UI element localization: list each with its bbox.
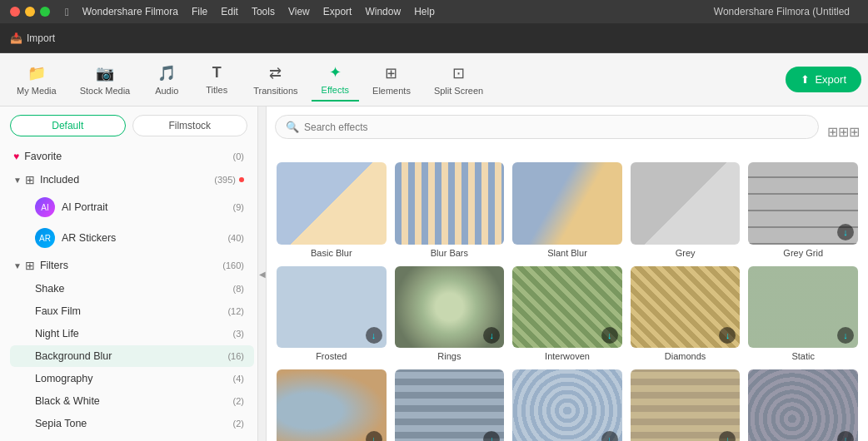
- sidebar-item-background-blur[interactable]: Background Blur (16): [10, 345, 254, 367]
- main-content: Default Filmstock ♥ Favorite (0) ▼ ⊞ Inc…: [0, 107, 868, 441]
- sidebar-count-filters: (160): [222, 260, 244, 270]
- toolbar-label-stock-media: Stock Media: [80, 86, 131, 96]
- sidebar-label-included: Included: [40, 174, 79, 186]
- effect-card-diamonds[interactable]: ↓Diamonds: [631, 266, 741, 362]
- import-button[interactable]: 📥 Import: [10, 32, 55, 44]
- sidebar-label-shake: Shake: [35, 283, 64, 295]
- toolbar-item-audio[interactable]: 🎵 Audio: [143, 59, 190, 101]
- sidebar-label-faux-film: Faux Film: [35, 305, 81, 317]
- sidebar-item-filters[interactable]: ▼ ⊞ Filters (160): [3, 254, 254, 277]
- toolbar-item-my-media[interactable]: 📁 My Media: [7, 59, 67, 101]
- ai-portrait-icon: AI: [35, 197, 55, 217]
- sidebar-item-included[interactable]: ▼ ⊞ Included (395): [3, 168, 254, 191]
- search-row: 🔍 ⊞⊞⊞: [275, 115, 860, 149]
- close-button[interactable]: [10, 7, 20, 17]
- sidebar-item-shake[interactable]: Shake (8): [10, 278, 254, 300]
- sidebar-item-faux-film[interactable]: Faux Film (12): [10, 300, 254, 322]
- menu-view[interactable]: View: [288, 6, 310, 17]
- toolbar-label-split-screen: Split Screen: [434, 86, 483, 96]
- elements-icon: ⊞: [385, 64, 397, 82]
- effect-thumb-grey-grid: ↓: [748, 162, 858, 245]
- sidebar-collapse-handle[interactable]: ◀: [258, 107, 267, 441]
- menu-export[interactable]: Export: [323, 6, 352, 17]
- toolbar-label-elements: Elements: [372, 86, 411, 96]
- effect-name-frosted: Frosted: [316, 351, 347, 361]
- transitions-icon: ⇄: [269, 64, 282, 82]
- effect-thumb-mosaic-2: ↓: [395, 369, 505, 441]
- my-media-icon: 📁: [27, 64, 46, 82]
- menu-edit[interactable]: Edit: [221, 6, 238, 17]
- toolbar-label-titles: Titles: [206, 85, 227, 95]
- menu-help[interactable]: Help: [414, 6, 435, 17]
- sidebar-count-background-blur: (16): [227, 351, 244, 361]
- export-icon: ⬆: [801, 73, 810, 86]
- ar-stickers-icon: AR: [35, 228, 55, 248]
- download-badge: ↓: [719, 431, 736, 441]
- search-input[interactable]: [304, 121, 808, 133]
- new-dot-indicator: [239, 177, 244, 182]
- sidebar-item-night-life[interactable]: Night Life (3): [10, 323, 254, 344]
- sidebar-item-ai-portrait[interactable]: AI AI Portrait (9): [10, 192, 254, 222]
- menu-window[interactable]: Window: [365, 6, 401, 17]
- sidebar-item-lomography[interactable]: Lomography (4): [10, 368, 254, 389]
- maximize-button[interactable]: [40, 7, 50, 17]
- grid-options-icon[interactable]: ⊞⊞⊞: [827, 124, 860, 140]
- effect-card-mosaic-1[interactable]: ↓Mosaic 1: [631, 369, 741, 441]
- effect-thumb-static: ↓: [748, 266, 858, 349]
- effect-thumb-grey: [631, 162, 741, 245]
- effect-card-slant-blur[interactable]: Slant Blur: [512, 162, 622, 258]
- toggle-default[interactable]: Default: [10, 115, 126, 136]
- effect-name-interwoven: Interwoven: [545, 351, 590, 361]
- toolbar-item-effects[interactable]: ✦ Effects: [312, 58, 359, 102]
- effect-thumb-ripple-2: ↓: [748, 369, 858, 441]
- effect-card-grey-grid[interactable]: ↓Grey Grid: [748, 162, 858, 258]
- toolbar-item-elements[interactable]: ⊞ Elements: [362, 59, 421, 101]
- toolbar-item-stock-media[interactable]: 📷 Stock Media: [70, 59, 141, 101]
- apple-logo-icon: : [65, 6, 69, 18]
- sidebar-item-favorite[interactable]: ♥ Favorite (0): [3, 146, 254, 167]
- effect-card-interwoven[interactable]: ↓Interwoven: [512, 266, 622, 362]
- effect-thumb-interwoven: ↓: [512, 266, 622, 349]
- sidebar-item-ar-stickers[interactable]: AR AR Stickers (40): [10, 223, 254, 253]
- effect-card-frosted[interactable]: ↓Frosted: [277, 266, 387, 362]
- effect-card-blur-bars[interactable]: Blur Bars: [395, 162, 505, 258]
- effect-thumb-basic-blur: [277, 162, 387, 245]
- minimize-button[interactable]: [25, 7, 35, 17]
- import-bar: 📥 Import: [0, 23, 868, 53]
- effect-card-ripple-2[interactable]: ↓Ripple 2: [748, 369, 858, 441]
- effect-card-basic-blur[interactable]: Basic Blur: [277, 162, 387, 258]
- sidebar-item-distortion[interactable]: Distortion (18): [10, 435, 254, 441]
- effect-card-static[interactable]: ↓Static: [748, 266, 858, 362]
- sidebar-label-black-white: Black & White: [35, 395, 100, 407]
- sidebar-count-included: (395): [214, 175, 236, 185]
- download-badge: ↓: [837, 224, 854, 240]
- sidebar-item-sepia-tone[interactable]: Sepia Tone (2): [10, 413, 254, 434]
- filters-icon: ⊞: [25, 259, 35, 272]
- menu-tools[interactable]: Tools: [252, 6, 275, 17]
- window-controls: [10, 7, 50, 17]
- export-label: Export: [815, 73, 846, 86]
- sidebar-item-black-white[interactable]: Black & White (2): [10, 390, 254, 412]
- export-button[interactable]: ⬆ Export: [786, 67, 861, 92]
- title-bar:  Wondershare Filmora File Edit Tools Vi…: [0, 0, 868, 23]
- effect-thumb-blur-bars: [395, 162, 505, 245]
- effect-card-rings[interactable]: ↓Rings: [395, 266, 505, 362]
- toggle-filmstock[interactable]: Filmstock: [132, 115, 248, 136]
- audio-icon: 🎵: [157, 64, 176, 82]
- sidebar-label-night-life: Night Life: [35, 328, 79, 339]
- toolbar-label-transitions: Transitions: [253, 86, 297, 96]
- download-badge: ↓: [601, 327, 618, 344]
- toolbar-label-audio: Audio: [155, 86, 178, 96]
- sidebar-label-sepia-tone: Sepia Tone: [35, 418, 87, 429]
- menu-file[interactable]: File: [192, 6, 207, 17]
- effect-card-ripple-1[interactable]: ↓Ripple 1: [512, 369, 622, 441]
- toolbar-item-transitions[interactable]: ⇄ Transitions: [243, 59, 307, 101]
- toolbar-item-titles[interactable]: T Titles: [193, 59, 240, 100]
- effect-card-mosaic-2[interactable]: ↓Mosaic 2: [395, 369, 505, 441]
- menu-filmora[interactable]: Wondershare Filmora: [82, 6, 178, 17]
- toolbar-item-split-screen[interactable]: ⊡ Split Screen: [424, 59, 493, 101]
- search-icon: 🔍: [286, 121, 299, 133]
- effect-card-disc-1[interactable]: ↓Disc 1: [277, 369, 387, 441]
- toolbar-label-effects: Effects: [322, 85, 349, 95]
- effect-card-grey[interactable]: Grey: [631, 162, 741, 258]
